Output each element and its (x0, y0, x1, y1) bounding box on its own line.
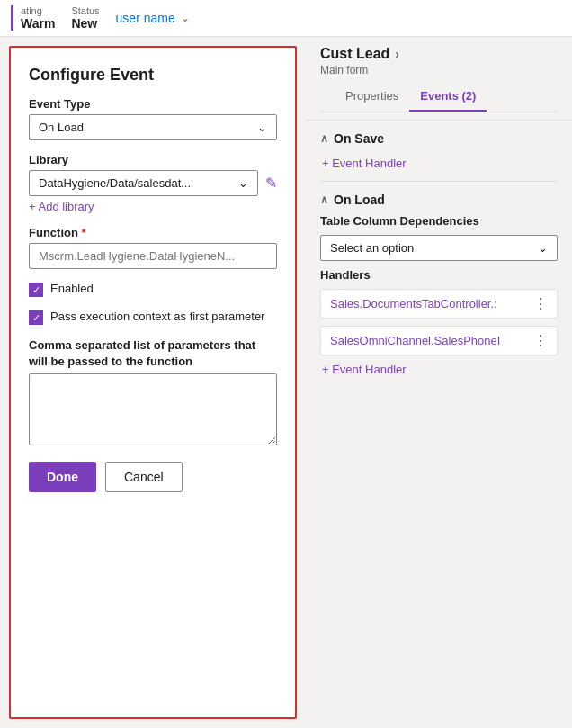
right-panel: Cust Lead › Main form Properties Events … (306, 37, 572, 728)
user-name: user name (116, 11, 175, 25)
chevron-right-icon: › (395, 47, 399, 61)
handler-item-1[interactable]: Sales.DocumentsTabController.: ⋮ (320, 289, 558, 319)
params-field: Comma separated list of parameters that … (29, 337, 277, 445)
on-save-label: On Save (334, 131, 384, 146)
params-textarea[interactable] (29, 373, 277, 445)
done-button[interactable]: Done (29, 462, 96, 492)
required-indicator: * (82, 226, 86, 239)
right-header: Cust Lead › Main form Properties Events … (306, 46, 572, 121)
event-type-selected-value: On Load (39, 121, 84, 134)
on-load-label: On Load (334, 193, 385, 207)
library-selected-value: DataHygiene/Data/salesdat... (39, 176, 191, 190)
pass-context-checkbox-row[interactable]: ✓ Pass execution context as first parame… (29, 310, 277, 325)
status-field: Status New (71, 5, 99, 31)
main-form-subtitle: Main form (320, 64, 558, 76)
tab-events[interactable]: Events (2) (409, 82, 487, 112)
more-options-icon[interactable]: ⋮ (533, 332, 548, 349)
collapse-icon[interactable]: ∧ (320, 132, 328, 145)
library-row: DataHygiene/Data/salesdat... ⌄ ✎ (29, 170, 277, 196)
add-event-handler-2-link[interactable]: + Event Handler (320, 363, 558, 376)
collapse-icon[interactable]: ∧ (320, 193, 328, 206)
handler-item-2[interactable]: SalesOmniChannel.SalesPhoneI ⋮ (320, 326, 558, 355)
warm-field: ating Warm (11, 5, 55, 31)
on-save-section-header: ∧ On Save (320, 131, 558, 146)
enabled-checkbox-row[interactable]: ✓ Enabled (29, 282, 277, 297)
right-tabs: Properties Events (2) (320, 82, 558, 112)
status-value: New (71, 16, 97, 31)
pass-context-checkbox[interactable]: ✓ (29, 310, 43, 325)
right-body: ∧ On Save + Event Handler ∧ On Load Tabl… (306, 121, 572, 387)
configure-event-panel: Configure Event Event Type On Load ⌄ Lib… (9, 46, 297, 719)
function-input[interactable] (29, 243, 277, 269)
params-label: Comma separated list of parameters that … (29, 337, 277, 370)
event-type-label: Event Type (29, 97, 277, 111)
event-type-select[interactable]: On Load ⌄ (29, 114, 277, 140)
top-bar: ating Warm Status New user name ⌄ (0, 0, 572, 37)
select-option-placeholder: Select an option (330, 241, 414, 255)
chevron-down-icon: ⌄ (238, 176, 248, 190)
warm-value: Warm (21, 16, 55, 31)
tab-properties[interactable]: Properties (335, 82, 409, 112)
enabled-label: Enabled (50, 282, 94, 295)
cust-lead-title: Cust Lead › (320, 46, 558, 62)
chevron-down-icon: ⌄ (538, 241, 548, 255)
more-options-icon[interactable]: ⋮ (533, 295, 548, 312)
main-content: Configure Event Event Type On Load ⌄ Lib… (0, 37, 572, 728)
status-label: Status (71, 5, 99, 16)
add-library-link[interactable]: + Add library (29, 200, 277, 213)
function-label: Function * (29, 226, 277, 239)
on-load-section-header: ∧ On Load (320, 193, 558, 207)
edit-icon[interactable]: ✎ (265, 175, 277, 192)
on-load-section: ∧ On Load Table Column Dependencies Sele… (320, 193, 558, 376)
handler1-name: Sales.DocumentsTabController.: (330, 297, 497, 310)
table-column-label: Table Column Dependencies (320, 214, 558, 228)
chevron-down-icon: ⌄ (181, 12, 190, 24)
handlers-label: Handlers (320, 268, 558, 282)
add-library-label: + Add library (29, 200, 94, 213)
user-dropdown[interactable]: user name ⌄ (116, 11, 190, 25)
pass-context-label: Pass execution context as first paramete… (50, 310, 264, 323)
handler2-name: SalesOmniChannel.SalesPhoneI (330, 334, 500, 347)
cancel-button[interactable]: Cancel (105, 462, 183, 492)
add-event-handler-link[interactable]: + Event Handler (320, 157, 558, 170)
checkmark-icon: ✓ (32, 312, 40, 324)
library-select[interactable]: DataHygiene/Data/salesdat... ⌄ (29, 170, 258, 196)
checkmark-icon: ✓ (32, 284, 40, 296)
event-type-field: Event Type On Load ⌄ (29, 97, 277, 140)
divider (320, 181, 558, 182)
button-row: Done Cancel (29, 462, 277, 492)
function-field: Function * (29, 226, 277, 269)
warm-label: ating (21, 5, 42, 16)
library-field: Library DataHygiene/Data/salesdat... ⌄ ✎… (29, 153, 277, 213)
table-column-select[interactable]: Select an option ⌄ (320, 235, 558, 261)
enabled-checkbox[interactable]: ✓ (29, 283, 43, 297)
configure-event-title: Configure Event (29, 66, 277, 85)
library-label: Library (29, 153, 277, 166)
chevron-down-icon: ⌄ (257, 121, 267, 134)
